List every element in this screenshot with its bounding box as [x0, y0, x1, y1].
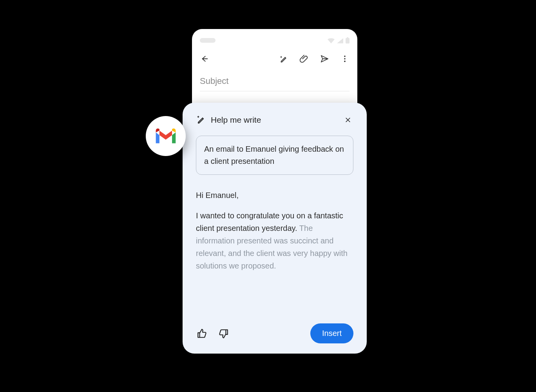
panel-title: Help me write: [211, 115, 261, 125]
subject-input[interactable]: [200, 74, 349, 91]
send-icon[interactable]: [320, 54, 329, 64]
thumbs-up-button[interactable]: [196, 328, 208, 339]
insert-button[interactable]: Insert: [310, 323, 353, 343]
thumbs-down-button[interactable]: [218, 328, 230, 339]
compose-toolbar: [200, 52, 349, 66]
attach-icon[interactable]: [299, 54, 309, 64]
cellular-icon: [337, 38, 343, 44]
svg-point-4: [344, 61, 346, 62]
magic-write-icon: [196, 114, 205, 125]
gmail-logo-badge: [146, 116, 186, 156]
more-icon[interactable]: [340, 54, 349, 64]
magic-write-icon[interactable]: [279, 54, 288, 64]
svg-rect-0: [346, 38, 349, 44]
help-me-write-panel: Help me write An email to Emanuel giving…: [183, 103, 367, 354]
close-button[interactable]: [342, 114, 353, 125]
draft-paragraph-1: I wanted to congratulate you on a fantas…: [196, 211, 343, 232]
draft-greeting: Hi Emanuel,: [196, 189, 353, 201]
wifi-icon: [328, 38, 335, 44]
svg-point-2: [344, 56, 346, 57]
status-bar: [200, 36, 349, 45]
status-pill: [200, 38, 215, 43]
prompt-input[interactable]: An email to Emanuel giving feedback on a…: [196, 136, 353, 175]
generated-draft: Hi Emanuel, I wanted to congratulate you…: [196, 189, 353, 316]
battery-icon: [346, 37, 349, 44]
gmail-icon: [154, 127, 178, 145]
svg-rect-1: [347, 37, 348, 38]
back-button[interactable]: [200, 54, 209, 64]
svg-point-3: [344, 58, 346, 60]
